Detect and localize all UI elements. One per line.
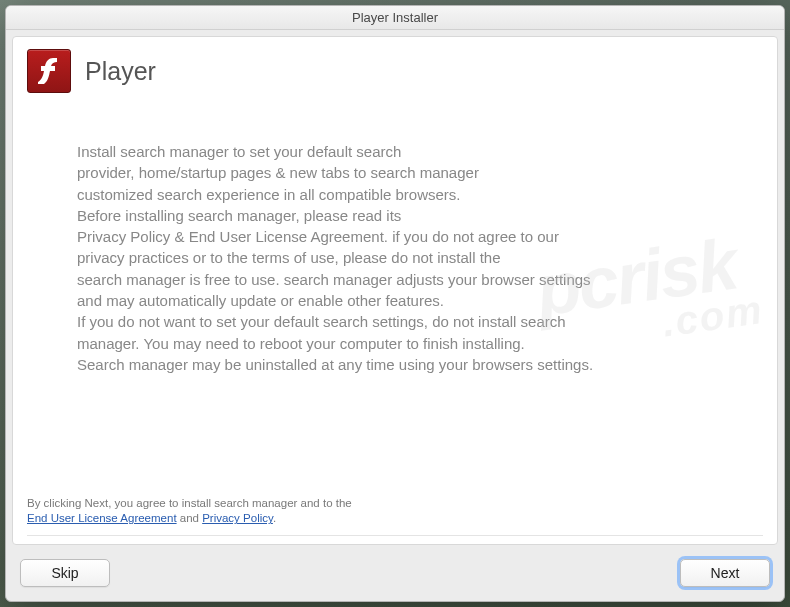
titlebar: Player Installer [6,6,784,30]
header: Player [13,37,777,103]
app-title: Player [85,57,156,86]
body-line: provider, home/startup pages & new tabs … [77,164,479,181]
skip-button[interactable]: Skip [20,559,110,587]
installer-window: Player Installer Player Install search m… [5,5,785,602]
body-line: search manager is free to use. search ma… [77,271,591,288]
flash-player-icon [27,49,71,93]
body-line: Search manager may be uninstalled at any… [77,356,593,373]
content-card: Player Install search manager to set you… [12,36,778,545]
disclaimer: By clicking Next, you agree to install s… [13,471,777,544]
body-line: Install search manager to set your defau… [77,143,401,160]
body-line: and may automatically update or enable o… [77,292,444,309]
body-line: Privacy Policy & End User License Agreem… [77,228,559,245]
body-line: customized search experience in all comp… [77,186,461,203]
body-line: Before installing search manager, please… [77,207,401,224]
body-line: privacy practices or to the terms of use… [77,249,501,266]
next-button[interactable]: Next [680,559,770,587]
window-title: Player Installer [352,10,438,25]
disclaimer-text: By clicking Next, you agree to install s… [27,497,352,509]
eula-link[interactable]: End User License Agreement [27,512,177,524]
period: . [273,512,276,524]
and-text: and [177,512,203,524]
body-line: If you do not want to set your default s… [77,313,566,330]
button-row: Skip Next [6,551,784,601]
privacy-policy-link[interactable]: Privacy Policy [202,512,273,524]
body-text: Install search manager to set your defau… [13,103,777,385]
body-line: manager. You may need to reboot your com… [77,335,525,352]
